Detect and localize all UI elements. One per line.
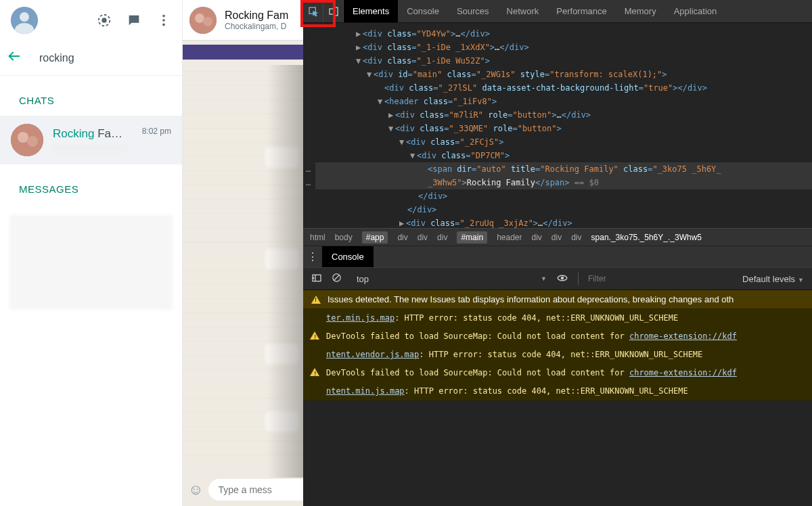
drawer-tab-console[interactable]: Console xyxy=(322,246,374,267)
bc-item[interactable]: div xyxy=(571,233,581,242)
dom-row[interactable]: ▼<div class="_33QME" role="button"> xyxy=(315,122,812,135)
svg-line-21 xyxy=(334,275,340,281)
search-input[interactable] xyxy=(39,52,175,64)
new-chat-icon[interactable] xyxy=(127,13,141,28)
dom-row[interactable]: ▼<header class="_1iFv8"> xyxy=(315,95,812,108)
tab-performance[interactable]: Performance xyxy=(547,0,615,22)
bc-item[interactable]: header xyxy=(497,233,522,242)
issues-banner[interactable]: Issues detected. The new Issues tab disp… xyxy=(303,290,812,309)
console-body: ter.min.js.map: HTTP error: status code … xyxy=(303,309,812,506)
svg-rect-17 xyxy=(335,7,338,16)
tab-console[interactable]: Console xyxy=(398,0,448,22)
chat-subtitle: Chockalingam, D xyxy=(225,22,296,31)
dom-row[interactable]: ▼<div class="_2FCjS"> xyxy=(315,135,812,149)
tab-application[interactable]: Application xyxy=(665,0,726,22)
clear-console-icon[interactable] xyxy=(332,273,342,285)
bc-item[interactable]: html xyxy=(310,233,325,242)
message-bubble xyxy=(265,411,299,432)
search-bar: ✕ xyxy=(0,41,182,76)
dom-row[interactable]: <div class="_27lSL" data-asset-chat-back… xyxy=(315,81,812,95)
dom-row-selected[interactable]: <span dir="auto" title="Rocking Family" … xyxy=(315,162,812,176)
dom-row[interactable]: ▶<div class="_2ruUq _3xjAz">…</div> xyxy=(315,216,812,228)
console-warning-line[interactable]: DevTools failed to load SourceMap: Could… xyxy=(303,327,812,346)
message-bubble xyxy=(265,344,299,364)
console-warning-line[interactable]: ntent.vendor.js.map: HTTP error: status … xyxy=(303,346,812,364)
emoji-icon[interactable]: ☺ xyxy=(188,480,203,500)
message-bubble xyxy=(265,147,299,168)
dom-row[interactable]: ▶<div class="YD4Yw">…</div> xyxy=(315,27,812,41)
bc-item[interactable]: div xyxy=(437,233,447,242)
warning-icon xyxy=(311,296,321,304)
bc-item[interactable]: div xyxy=(532,233,542,242)
device-toolbar-icon[interactable] xyxy=(323,0,344,22)
console-sidebar-toggle-icon[interactable] xyxy=(311,273,322,285)
chevron-down-icon[interactable]: ▼ xyxy=(541,275,547,282)
dom-row[interactable]: </div> xyxy=(315,189,812,203)
dom-row-selected[interactable]: _3Whw5">Rocking Family</span> == $0 xyxy=(315,176,812,189)
context-selector[interactable]: top xyxy=(351,274,374,284)
bc-item[interactable]: div xyxy=(397,233,407,242)
dom-row[interactable]: ▼<div class="DP7CM"> xyxy=(315,149,812,162)
console-warning-line[interactable]: DevTools failed to load SourceMap: Could… xyxy=(303,364,812,382)
chat-header-text: Rocking Fam Chockalingam, D xyxy=(225,9,296,31)
issues-text: Issues detected. The new Issues tab disp… xyxy=(328,294,734,304)
chat-header-avatar xyxy=(189,7,217,34)
drawer-menu-icon[interactable]: ⋮ xyxy=(303,246,322,267)
sidebar-header xyxy=(0,0,182,41)
divider xyxy=(578,273,579,285)
live-expression-icon[interactable] xyxy=(556,272,568,286)
svg-point-11 xyxy=(27,136,38,147)
whatsapp-sidebar: ✕ CHATS Rocking Fa… 8:02 pm MESSAGES xyxy=(0,0,183,506)
chat-name: Rocking Fa… xyxy=(53,127,135,141)
console-warning-line[interactable]: ntent.min.js.map: HTTP error: status cod… xyxy=(303,382,812,400)
svg-point-1 xyxy=(20,12,29,22)
chat-title: Rocking Fam xyxy=(225,9,296,22)
tab-memory[interactable]: Memory xyxy=(616,0,665,22)
chat-name-rest: Fa… xyxy=(94,127,122,140)
dom-row[interactable]: ▼<div id="main" class="_2WG1s" style="tr… xyxy=(315,68,812,81)
tab-network[interactable]: Network xyxy=(498,0,548,22)
bc-item[interactable]: span._3ko75._5h6Y_._3Whw5 xyxy=(591,233,702,242)
dom-breadcrumb[interactable]: html body #app div div div #main header … xyxy=(303,228,812,246)
chat-body xyxy=(183,60,303,469)
chat-list-item[interactable]: Rocking Fa… 8:02 pm xyxy=(0,116,182,164)
bc-item[interactable]: div xyxy=(551,233,562,242)
dom-tree[interactable]: ▶<div class="YD4Yw">…</div> ▶<div class=… xyxy=(303,23,812,228)
dom-row[interactable]: ▶<div class="_1-iDe _1xXdX">…</div> xyxy=(315,41,812,54)
bc-item[interactable]: div xyxy=(418,233,428,242)
inspect-element-icon[interactable] xyxy=(303,0,323,22)
message-result-blurred xyxy=(9,215,173,310)
svg-point-5 xyxy=(162,15,165,18)
chat-info: Rocking Fa… xyxy=(53,127,135,153)
chat-pane: Rocking Fam Chockalingam, D ☺ xyxy=(183,0,303,506)
dom-row[interactable]: </div> xyxy=(315,203,812,216)
svg-point-7 xyxy=(162,24,165,26)
devtools-panel: Elements Console Sources Network Perform… xyxy=(303,0,812,506)
status-icon[interactable] xyxy=(97,13,112,28)
drawer-tabs: ⋮ Console xyxy=(303,246,812,267)
dom-row[interactable]: ▼<div class="_1-iDe Wu52Z"> xyxy=(315,54,812,68)
svg-point-13 xyxy=(195,14,204,23)
console-warning-line[interactable]: ter.min.js.map: HTTP error: status code … xyxy=(303,309,812,327)
svg-point-4 xyxy=(102,18,106,22)
console-filter-input[interactable] xyxy=(588,274,733,283)
chat-preview-blurred xyxy=(53,145,127,153)
compose-row: ☺ xyxy=(188,479,298,501)
tab-sources[interactable]: Sources xyxy=(448,0,498,22)
bc-item[interactable]: body xyxy=(335,233,353,242)
bc-item[interactable]: #main xyxy=(457,231,487,244)
dom-row[interactable]: ▶<div class="m7liR" role="button">…</div… xyxy=(315,108,812,122)
log-levels-selector[interactable]: Default levels▼ xyxy=(742,274,804,284)
back-arrow-icon[interactable] xyxy=(7,49,22,68)
chat-time: 8:02 pm xyxy=(142,127,171,136)
section-chats-label: CHATS xyxy=(0,76,182,116)
svg-rect-16 xyxy=(330,9,335,14)
chat-header[interactable]: Rocking Fam Chockalingam, D xyxy=(183,0,303,41)
chat-avatar xyxy=(11,124,43,156)
warning-icon xyxy=(310,368,319,376)
tab-elements[interactable]: Elements xyxy=(344,0,398,22)
profile-avatar[interactable] xyxy=(11,7,38,34)
bc-item[interactable]: #app xyxy=(362,231,388,244)
menu-icon[interactable] xyxy=(156,13,171,28)
devtools-tabs: Elements Console Sources Network Perform… xyxy=(303,0,812,23)
